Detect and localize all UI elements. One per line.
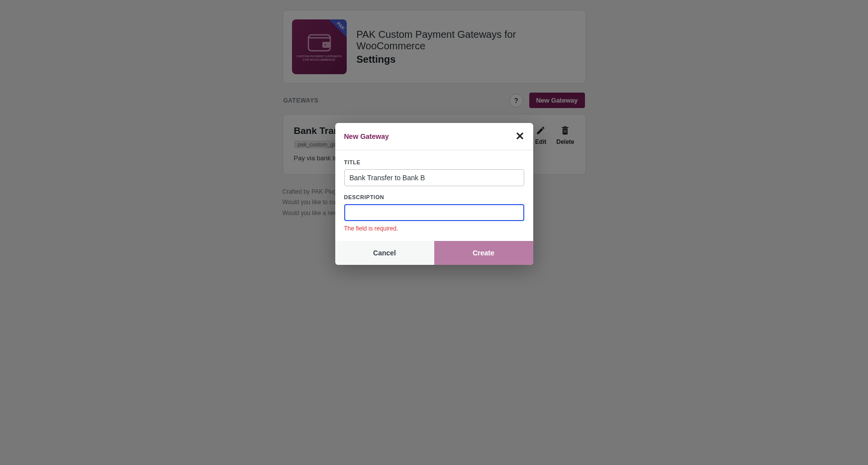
close-button[interactable]: ✕	[515, 131, 524, 142]
create-button[interactable]: Create	[434, 241, 533, 265]
modal-footer: Cancel Create	[335, 241, 533, 265]
new-gateway-modal: New Gateway ✕ TITLE DESCRIPTION The fiel…	[335, 123, 533, 265]
modal-header: New Gateway ✕	[335, 123, 533, 150]
description-error: The field is required.	[344, 225, 524, 232]
title-input[interactable]	[344, 169, 524, 186]
title-label: TITLE	[344, 159, 524, 165]
description-label: DESCRIPTION	[344, 194, 524, 200]
description-input[interactable]	[344, 204, 524, 221]
title-field-group: TITLE	[344, 159, 524, 186]
modal-title: New Gateway	[344, 132, 389, 140]
modal-overlay[interactable]: New Gateway ✕ TITLE DESCRIPTION The fiel…	[0, 0, 868, 465]
cancel-button[interactable]: Cancel	[335, 241, 434, 265]
modal-body: TITLE DESCRIPTION The field is required.	[335, 150, 533, 241]
description-field-group: DESCRIPTION The field is required.	[344, 194, 524, 232]
